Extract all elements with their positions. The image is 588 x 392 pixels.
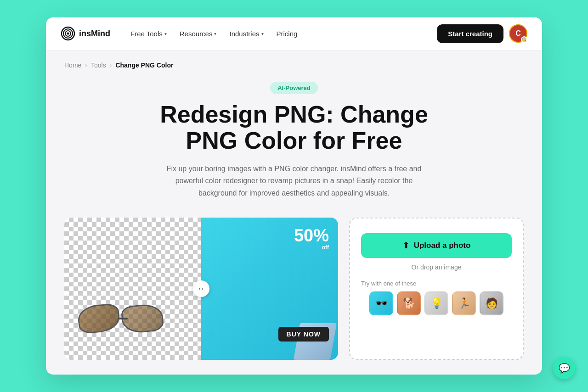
nav-free-tools[interactable]: Free Tools ▾ xyxy=(125,26,172,41)
try-label: Try with one of these xyxy=(361,280,416,287)
breadcrumb-tools[interactable]: Tools xyxy=(91,62,106,69)
content-row: 50% off BUY NOW ↔ ⬆ Upload a photo Or dr… xyxy=(64,218,524,360)
nav-resources[interactable]: Resources ▾ xyxy=(174,26,222,41)
chevron-down-icon: ▾ xyxy=(164,31,167,36)
nav-right: Start creating C 🔍 xyxy=(437,24,527,43)
breadcrumb: Home › Tools › Change PNG Color xyxy=(64,62,524,69)
discount-off: off xyxy=(294,244,329,251)
start-creating-button[interactable]: Start creating xyxy=(437,24,503,43)
breadcrumb-sep-1: › xyxy=(85,62,87,69)
chat-icon: 💬 xyxy=(559,363,570,374)
comparison-divider[interactable]: ↔ xyxy=(193,280,209,297)
upload-photo-button[interactable]: ⬆ Upload a photo xyxy=(361,233,512,258)
sample-images: 🕶️ 🐕 💡 🏃 🧑 xyxy=(369,291,503,315)
sample-thumb-person-portrait[interactable]: 🧑 xyxy=(480,291,503,315)
comparison-box: 50% off BUY NOW ↔ xyxy=(64,218,338,360)
or-drop-text: Or drop an image xyxy=(412,263,462,271)
breadcrumb-current: Change PNG Color xyxy=(115,62,173,69)
sample-thumb-dog[interactable]: 🐕 xyxy=(397,291,421,315)
chevron-down-icon: ▾ xyxy=(214,31,216,36)
ai-badge: AI-Powered xyxy=(270,82,318,94)
nav-links: Free Tools ▾ Resources ▾ Industries ▾ Pr… xyxy=(125,26,422,41)
comparison-right: 50% off BUY NOW xyxy=(201,218,338,360)
discount-label: 50% off xyxy=(294,227,329,251)
hero-title: Redesign PNG: Change PNG Color for Free xyxy=(147,101,441,154)
svg-point-3 xyxy=(67,33,69,35)
sample-thumb-lightbulb[interactable]: 💡 xyxy=(424,291,448,315)
avatar[interactable]: C 🔍 xyxy=(509,24,527,43)
chevron-down-icon: ▾ xyxy=(261,31,264,36)
frame-bridge xyxy=(119,318,128,319)
discount-percent: 50% xyxy=(294,227,329,244)
hero-section: AI-Powered Redesign PNG: Change PNG Colo… xyxy=(64,82,524,200)
upload-box: ⬆ Upload a photo Or drop an image Try wi… xyxy=(349,218,524,360)
nav-industries[interactable]: Industries ▾ xyxy=(224,26,269,41)
logo-text: insMind xyxy=(79,29,110,39)
main-content: Home › Tools › Change PNG Color AI-Power… xyxy=(46,50,542,375)
upload-icon: ⬆ xyxy=(402,241,409,251)
breadcrumb-sep-2: › xyxy=(110,62,112,69)
breadcrumb-home[interactable]: Home xyxy=(64,62,81,69)
hero-description: Fix up your boring images with a PNG col… xyxy=(161,163,427,199)
avatar-badge: 🔍 xyxy=(521,36,527,43)
logo-icon xyxy=(61,26,75,41)
comparison-left xyxy=(64,218,201,360)
sample-thumb-sunglasses[interactable]: 🕶️ xyxy=(369,291,393,315)
navbar: insMind Free Tools ▾ Resources ▾ Industr… xyxy=(46,17,542,50)
buy-now-button[interactable]: BUY NOW xyxy=(278,327,329,342)
nav-pricing[interactable]: Pricing xyxy=(271,26,303,41)
chat-widget[interactable]: 💬 xyxy=(553,357,575,379)
lens-left xyxy=(77,303,121,334)
sample-thumb-person-outdoor[interactable]: 🏃 xyxy=(452,291,476,315)
logo[interactable]: insMind xyxy=(61,26,110,41)
